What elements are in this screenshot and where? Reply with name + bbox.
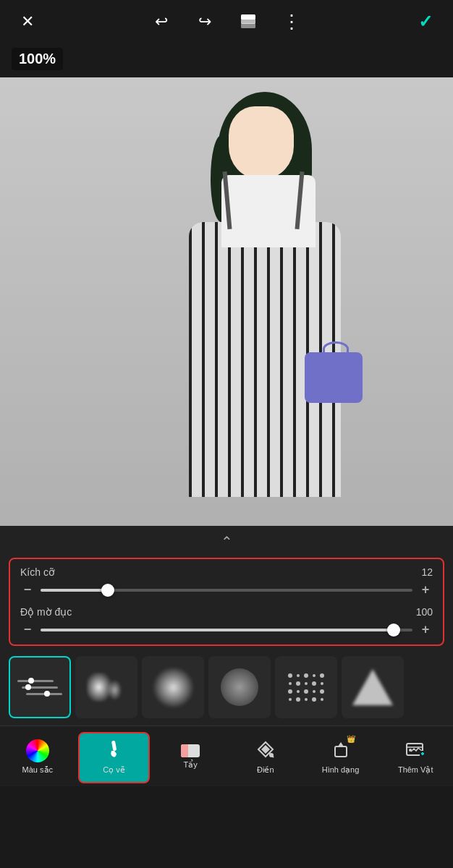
opacity-plus-button[interactable]: + xyxy=(418,622,433,637)
brush-fluffy-icon xyxy=(153,668,193,707)
redo-button[interactable]: ↪ xyxy=(192,9,218,35)
brush-paint-icon xyxy=(104,739,124,762)
fill-icon xyxy=(255,739,276,762)
size-label: Kích cỡ xyxy=(20,566,55,578)
svg-rect-3 xyxy=(111,741,116,752)
layers-button[interactable] xyxy=(235,9,261,35)
chevron-up-icon: ⌃ xyxy=(221,533,233,550)
confirm-button[interactable]: ✓ xyxy=(412,9,439,35)
zoom-label: 100% xyxy=(12,48,63,70)
size-plus-button[interactable]: + xyxy=(418,582,433,597)
brush-triangle-icon xyxy=(352,669,393,705)
brush-settings-item[interactable] xyxy=(9,656,71,718)
size-slider-row: Kích cỡ 12 − + xyxy=(20,566,433,597)
bottom-panel: ⌃ Kích cỡ 12 − + Độ mờ đục 100 xyxy=(0,526,453,786)
shape-icon xyxy=(331,749,351,762)
svg-rect-5 xyxy=(335,746,347,757)
tab-them-vat[interactable]: Thêm Vật xyxy=(381,732,450,783)
tab-them-vat-label: Thêm Vật xyxy=(398,765,433,775)
more-button[interactable]: ⋮ xyxy=(279,9,305,35)
top-toolbar: ✕ ↩ ↪ ⋮ ✓ xyxy=(0,0,453,43)
brush-sliders-icon xyxy=(12,674,68,701)
opacity-value: 100 xyxy=(416,606,433,618)
tab-co-ve-label: Cọ vẽ xyxy=(103,765,125,775)
panel-handle[interactable]: ⌃ xyxy=(0,526,453,555)
tab-tay-label: Tẩy xyxy=(184,760,198,770)
brush-presets xyxy=(0,652,453,726)
svg-point-7 xyxy=(409,749,412,752)
tab-dien[interactable]: Điền xyxy=(231,732,300,783)
tab-co-ve[interactable]: Cọ vẽ xyxy=(78,732,151,783)
shape-icon-wrap: 👑 xyxy=(331,739,351,762)
brush-grain-icon xyxy=(221,668,258,706)
tab-hinh-dang[interactable]: 👑 Hình dạng xyxy=(306,732,376,783)
svg-rect-2 xyxy=(241,14,255,20)
toolbar-center: ↩ ↪ ⋮ xyxy=(148,9,305,35)
photo-subject xyxy=(153,77,399,526)
opacity-minus-button[interactable]: − xyxy=(20,622,35,637)
add-asset-icon xyxy=(405,739,426,762)
tab-dien-label: Điền xyxy=(257,765,274,775)
opacity-label: Độ mờ đục xyxy=(20,606,72,618)
color-wheel-icon xyxy=(26,739,49,762)
sliders-section: Kích cỡ 12 − + Độ mờ đục 100 − xyxy=(9,558,444,646)
close-button[interactable]: ✕ xyxy=(14,9,41,35)
tab-mau-sac-label: Màu sắc xyxy=(22,765,53,775)
size-slider-track[interactable] xyxy=(41,589,412,592)
tab-hinh-dang-label: Hình dạng xyxy=(322,765,360,775)
brush-triangle-item[interactable] xyxy=(342,656,404,718)
zoom-bar: 100% xyxy=(0,43,453,77)
brush-wispy-item[interactable] xyxy=(75,656,137,718)
tab-mau-sac[interactable]: Màu sắc xyxy=(3,732,72,783)
size-slider-control: − + xyxy=(20,582,433,597)
size-value: 12 xyxy=(421,566,433,578)
opacity-slider-control: − + xyxy=(20,622,433,637)
size-minus-button[interactable]: − xyxy=(20,582,35,597)
brush-dots-item[interactable] xyxy=(275,656,337,718)
brush-wispy-icon xyxy=(87,673,127,702)
svg-rect-1 xyxy=(241,19,255,24)
bottom-tabs: Màu sắc Cọ vẽ Tẩy xyxy=(0,726,453,786)
brush-dots-icon xyxy=(284,669,328,705)
opacity-slider-track[interactable] xyxy=(41,629,412,631)
eraser-icon xyxy=(181,744,200,757)
brush-fluffy-item[interactable] xyxy=(142,656,204,718)
opacity-slider-row: Độ mờ đục 100 − + xyxy=(20,606,433,637)
undo-button[interactable]: ↩ xyxy=(148,9,174,35)
svg-rect-0 xyxy=(241,23,255,28)
brush-grain-item[interactable] xyxy=(208,656,271,718)
image-canvas[interactable] xyxy=(0,77,453,526)
crown-icon: 👑 xyxy=(347,735,355,743)
tab-tay[interactable]: Tẩy xyxy=(156,732,225,783)
